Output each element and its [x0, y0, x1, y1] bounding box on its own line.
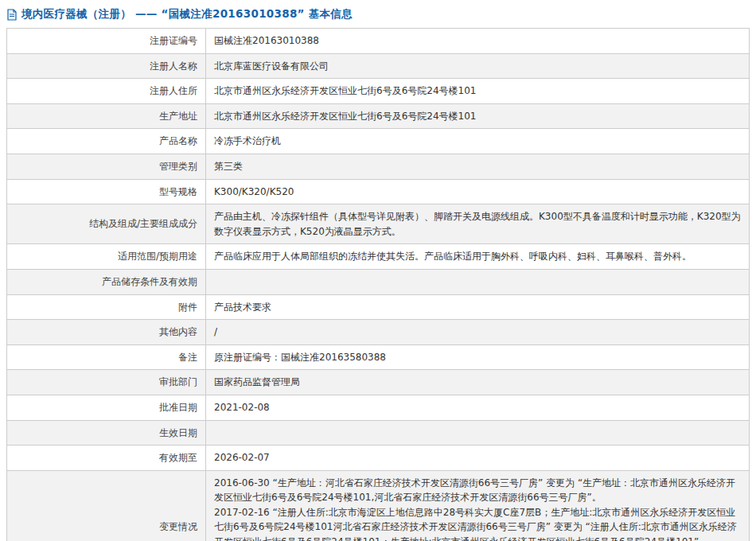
row-label: 注册证编号 — [7, 29, 206, 54]
row-label: 产品名称 — [7, 129, 206, 154]
row-value — [206, 420, 750, 446]
table-row: 注册人住所 北京市通州区永乐经济开发区恒业七街6号及6号院24号楼101 — [7, 79, 750, 104]
row-label: 附件 — [7, 294, 206, 320]
table-row: 型号规格 K300/K320/K520 — [7, 179, 750, 204]
row-label: 审批部门 — [7, 370, 206, 395]
table-row: 管理类别 第三类 — [7, 154, 750, 179]
row-label: 注册人名称 — [7, 53, 206, 79]
row-label: 适用范围/预期用途 — [7, 244, 206, 270]
table-row: 批准日期 2021-02-08 — [7, 395, 750, 420]
row-label: 备注 — [7, 344, 206, 370]
row-label: 型号规格 — [7, 179, 206, 204]
row-label: 生产地址 — [7, 103, 206, 129]
row-value: 第三类 — [206, 154, 750, 179]
table-row: 其他内容 / — [7, 320, 750, 345]
row-value: 国械注准20163010388 — [206, 29, 750, 54]
row-value-change-history: 2016-06-30 “生产地址：河北省石家庄经济技术开发区清源街66号三号厂房… — [206, 470, 750, 541]
row-value: 2021-02-08 — [206, 395, 750, 420]
document-icon — [6, 9, 18, 21]
page-title: 境内医疗器械（注册） —— “国械注准20163010388” 基本信息 — [21, 7, 353, 21]
row-value: 2026-02-07 — [206, 446, 750, 471]
table-row: 附件 产品技术要求 — [7, 294, 750, 320]
registration-info-table: 注册证编号 国械注准20163010388 注册人名称 北京库蓝医疗设备有限公司… — [6, 28, 750, 541]
row-label: 有效期至 — [7, 446, 206, 471]
row-value: 原注册证编号：国械注准20163580388 — [206, 344, 750, 370]
table-row: 产品储存条件及有效期 — [7, 269, 750, 294]
row-value: 北京市通州区永乐经济开发区恒业七街6号及6号院24号楼101 — [206, 79, 750, 104]
row-label: 生效日期 — [7, 420, 206, 446]
table-row: 审批部门 国家药品监督管理局 — [7, 370, 750, 395]
row-label: 结构及组成/主要组成成分 — [7, 204, 206, 244]
row-value: 北京库蓝医疗设备有限公司 — [206, 53, 750, 79]
page: 境内医疗器械（注册） —— “国械注准20163010388” 基本信息 注册证… — [0, 0, 756, 541]
row-label: 产品储存条件及有效期 — [7, 269, 206, 294]
row-value: / — [206, 320, 750, 345]
table-row: 结构及组成/主要组成成分 产品由主机、冷冻探针组件（具体型号详见附表）、脚踏开关… — [7, 204, 750, 244]
table-row: 注册证编号 国械注准20163010388 — [7, 29, 750, 54]
row-value — [206, 269, 750, 294]
row-label: 变更情况 — [7, 470, 206, 541]
table-row: 注册人名称 北京库蓝医疗设备有限公司 — [7, 53, 750, 79]
table-row-change-history: 变更情况 2016-06-30 “生产地址：河北省石家庄经济技术开发区清源街66… — [7, 470, 750, 541]
table-row: 生效日期 — [7, 420, 750, 446]
row-value: 产品由主机、冷冻探针组件（具体型号详见附表）、脚踏开关及电源线组成。K300型不… — [206, 204, 750, 244]
row-value: K300/K320/K520 — [206, 179, 750, 204]
page-header: 境内医疗器械（注册） —— “国械注准20163010388” 基本信息 — [6, 7, 750, 21]
table-row: 适用范围/预期用途 产品临床应用于人体局部组织的冻结并使其失活。产品临床适用于胸… — [7, 244, 750, 270]
table-row: 产品名称 冷冻手术治疗机 — [7, 129, 750, 154]
table-row: 生产地址 北京市通州区永乐经济开发区恒业七街6号及6号院24号楼101 — [7, 103, 750, 129]
row-value: 产品临床应用于人体局部组织的冻结并使其失活。产品临床适用于胸外科、呼吸内科、妇科… — [206, 244, 750, 270]
row-label: 管理类别 — [7, 154, 206, 179]
row-value: 冷冻手术治疗机 — [206, 129, 750, 154]
row-label: 注册人住所 — [7, 79, 206, 104]
row-label: 其他内容 — [7, 320, 206, 345]
row-label: 批准日期 — [7, 395, 206, 420]
table-row: 备注 原注册证编号：国械注准20163580388 — [7, 344, 750, 370]
row-value: 产品技术要求 — [206, 294, 750, 320]
row-value: 北京市通州区永乐经济开发区恒业七街6号及6号院24号楼101 — [206, 103, 750, 129]
table-row: 有效期至 2026-02-07 — [7, 446, 750, 471]
row-value: 国家药品监督管理局 — [206, 370, 750, 395]
